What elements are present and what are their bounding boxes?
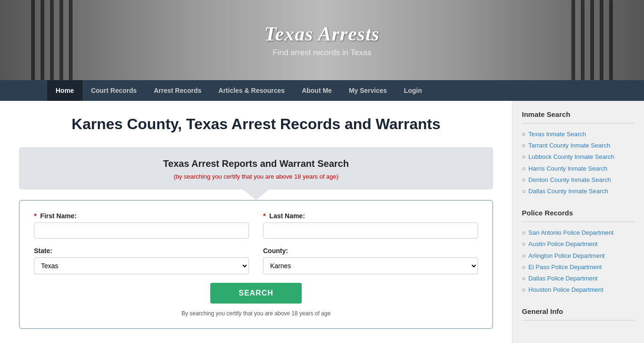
county-select[interactable]: Karnes bbox=[263, 257, 478, 274]
name-row: * First Name: * Last Name: bbox=[34, 212, 478, 239]
nav-item-articles[interactable]: Articles & Resources bbox=[210, 80, 293, 101]
site-header: Texas Arrests Find arrest records in Tex… bbox=[0, 0, 644, 80]
nav-item-services[interactable]: My Services bbox=[340, 80, 396, 101]
arrow-down-icon bbox=[243, 189, 269, 200]
search-form-container: * First Name: * Last Name: bbox=[19, 200, 493, 329]
police-records-section: Police Records ○San Antonio Police Depar… bbox=[522, 209, 635, 294]
police-link-arlington[interactable]: Arlington Police Department bbox=[528, 252, 605, 260]
bullet-icon: ○ bbox=[522, 188, 526, 195]
search-age-notice: (by searching you certify that you are a… bbox=[33, 173, 479, 180]
police-link-dallas[interactable]: Dallas Police Department bbox=[528, 274, 598, 283]
list-item: ○Dallas County Inmate Search bbox=[522, 187, 635, 196]
bullet-icon: ○ bbox=[522, 176, 526, 183]
nav-link-about[interactable]: About Me bbox=[293, 80, 340, 101]
inmate-divider bbox=[522, 123, 635, 123]
state-group: State: Texas bbox=[34, 247, 249, 274]
header-content: Texas Arrests Find arrest records in Tex… bbox=[264, 23, 380, 58]
main-content: Karnes County, Texas Arrest Records and … bbox=[0, 101, 512, 343]
nav-item-court-records[interactable]: Court Records bbox=[83, 80, 145, 101]
nav-item-about[interactable]: About Me bbox=[293, 80, 340, 101]
nav-item-home[interactable]: Home bbox=[47, 80, 83, 101]
inmate-search-section: Inmate Search ○Texas Inmate Search ○Tarr… bbox=[522, 110, 635, 196]
inmate-search-title: Inmate Search bbox=[522, 110, 635, 118]
list-item: ○Texas Inmate Search bbox=[522, 130, 635, 139]
site-subtitle: Find arrest records in Texas bbox=[264, 48, 380, 58]
location-row: State: Texas County: Karnes bbox=[34, 247, 478, 274]
county-label: County: bbox=[263, 247, 478, 255]
bullet-icon: ○ bbox=[522, 275, 526, 282]
general-info-title: General Info bbox=[522, 307, 635, 315]
page-title: Karnes County, Texas Arrest Records and … bbox=[19, 115, 493, 133]
general-info-section: General Info bbox=[522, 307, 635, 321]
list-item: ○Harris County Inmate Search bbox=[522, 165, 635, 173]
list-item: ○Austin Police Department bbox=[522, 240, 635, 248]
first-name-input[interactable] bbox=[34, 222, 249, 239]
list-item: ○Arlington Police Department bbox=[522, 252, 635, 260]
state-select[interactable]: Texas bbox=[34, 257, 249, 274]
first-name-label: * First Name: bbox=[34, 212, 249, 220]
inmate-search-list: ○Texas Inmate Search ○Tarrant County Inm… bbox=[522, 130, 635, 196]
nav-link-court-records[interactable]: Court Records bbox=[83, 80, 145, 101]
last-name-label-text: Last Name: bbox=[269, 212, 305, 220]
list-item: ○Denton County Inmate Search bbox=[522, 176, 635, 184]
inmate-link-lubbock[interactable]: Lubbock County Inmate Search bbox=[528, 153, 614, 161]
inmate-link-dallas[interactable]: Dallas County Inmate Search bbox=[528, 187, 608, 196]
cert-text: By searching you certify that you are ab… bbox=[34, 310, 478, 317]
state-label: State: bbox=[34, 247, 249, 255]
bar-right bbox=[540, 0, 644, 80]
inmate-link-texas[interactable]: Texas Inmate Search bbox=[528, 130, 586, 139]
list-item: ○Tarrant County Inmate Search bbox=[522, 141, 635, 150]
bullet-icon: ○ bbox=[522, 229, 526, 236]
main-nav: Home Court Records Arrest Records Articl… bbox=[0, 80, 644, 101]
nav-link-login[interactable]: Login bbox=[396, 80, 430, 101]
police-link-san-antonio[interactable]: San Antonio Police Department bbox=[528, 229, 614, 237]
bullet-icon: ○ bbox=[522, 165, 526, 172]
police-link-austin[interactable]: Austin Police Department bbox=[528, 240, 598, 248]
site-title: Texas Arrests bbox=[264, 23, 380, 45]
inmate-link-denton[interactable]: Denton County Inmate Search bbox=[528, 176, 611, 184]
sidebar: Inmate Search ○Texas Inmate Search ○Tarr… bbox=[512, 101, 644, 343]
search-box-header: Texas Arrest Reports and Warrant Search … bbox=[19, 147, 493, 189]
nav-link-home[interactable]: Home bbox=[47, 80, 83, 101]
nav-link-services[interactable]: My Services bbox=[340, 80, 396, 101]
first-name-group: * First Name: bbox=[34, 212, 249, 239]
list-item: ○Lubbock County Inmate Search bbox=[522, 153, 635, 161]
arrow-container bbox=[19, 189, 493, 200]
police-link-houston[interactable]: Houston Police Department bbox=[528, 286, 603, 294]
bullet-icon: ○ bbox=[522, 263, 526, 271]
first-name-label-text: First Name: bbox=[40, 212, 76, 220]
search-box-title: Texas Arrest Reports and Warrant Search bbox=[33, 158, 479, 169]
list-item: ○El Paso Police Department bbox=[522, 263, 635, 272]
list-item: ○Dallas Police Department bbox=[522, 274, 635, 283]
first-name-required: * bbox=[34, 212, 36, 220]
bullet-icon: ○ bbox=[522, 240, 526, 247]
general-info-divider bbox=[522, 320, 635, 321]
bullet-icon: ○ bbox=[522, 153, 526, 160]
county-group: County: Karnes bbox=[263, 247, 478, 274]
nav-link-articles[interactable]: Articles & Resources bbox=[210, 80, 293, 101]
nav-item-login[interactable]: Login bbox=[396, 80, 430, 101]
search-button[interactable]: SEARCH bbox=[210, 283, 302, 304]
bullet-icon: ○ bbox=[522, 252, 526, 259]
police-link-el-paso[interactable]: El Paso Police Department bbox=[528, 263, 602, 272]
list-item: ○Houston Police Department bbox=[522, 286, 635, 294]
list-item: ○San Antonio Police Department bbox=[522, 229, 635, 237]
last-name-input[interactable] bbox=[263, 222, 478, 239]
search-form: * First Name: * Last Name: bbox=[34, 212, 478, 317]
bullet-icon: ○ bbox=[522, 142, 526, 149]
police-divider bbox=[522, 222, 635, 222]
nav-item-arrest-records[interactable]: Arrest Records bbox=[145, 80, 210, 101]
police-records-title: Police Records bbox=[522, 209, 635, 217]
nav-link-arrest-records[interactable]: Arrest Records bbox=[145, 80, 210, 101]
page-container: Karnes County, Texas Arrest Records and … bbox=[0, 101, 644, 343]
bar-left bbox=[0, 0, 104, 80]
bullet-icon: ○ bbox=[522, 286, 526, 293]
last-name-label: * Last Name: bbox=[263, 212, 478, 220]
last-name-group: * Last Name: bbox=[263, 212, 478, 239]
inmate-link-tarrant[interactable]: Tarrant County Inmate Search bbox=[528, 141, 610, 150]
last-name-required: * bbox=[263, 212, 265, 220]
police-records-list: ○San Antonio Police Department ○Austin P… bbox=[522, 229, 635, 294]
bullet-icon: ○ bbox=[522, 131, 526, 138]
inmate-link-harris[interactable]: Harris County Inmate Search bbox=[528, 165, 608, 173]
